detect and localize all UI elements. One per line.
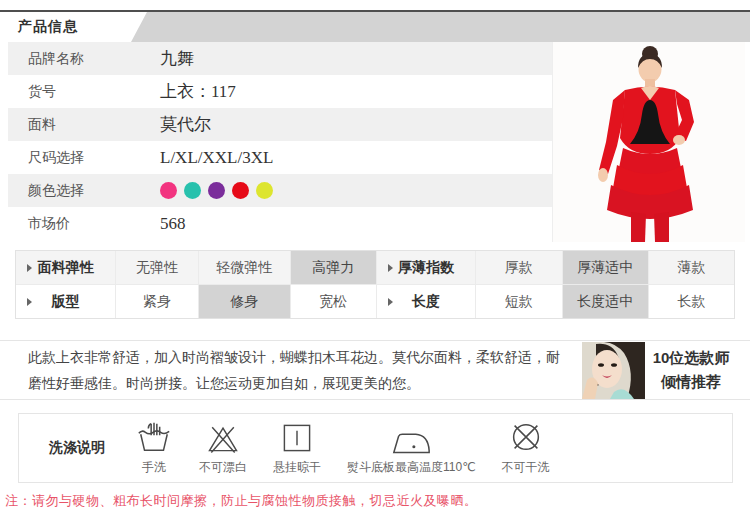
attr-option[interactable]: 长款 bbox=[649, 285, 734, 318]
product-info-table: 品牌名称 九舞 货号 上衣：117 面料 莫代尔 尺码选择 L/XL/XXL/3… bbox=[8, 42, 552, 242]
table-row-fabric: 面料 莫代尔 bbox=[8, 108, 552, 141]
page-title: 产品信息 bbox=[0, 18, 78, 36]
row-label: 面料 bbox=[8, 116, 160, 134]
recommendation-text: 10位选款师 倾情推荐 bbox=[645, 346, 737, 394]
row-value: 莫代尔 bbox=[160, 113, 211, 136]
product-info-section: 品牌名称 九舞 货号 上衣：117 面料 莫代尔 尺码选择 L/XL/XXL/3… bbox=[0, 42, 750, 242]
wash-item-label: 不可漂白 bbox=[199, 459, 247, 476]
color-swatches bbox=[160, 182, 273, 199]
wash-item-hang-dry: 悬挂晾干 bbox=[273, 420, 321, 476]
triangle-bullet-icon bbox=[388, 298, 393, 306]
attr-option[interactable]: 薄款 bbox=[649, 251, 734, 285]
section-header-bar: 产品信息 bbox=[0, 10, 750, 42]
color-swatch-red[interactable] bbox=[232, 182, 249, 199]
no-bleach-icon bbox=[205, 420, 241, 456]
attr-group-label: 长度 bbox=[412, 293, 440, 311]
product-photo bbox=[552, 42, 745, 242]
row-label: 尺码选择 bbox=[8, 149, 160, 167]
row-value: 上衣：117 bbox=[160, 80, 236, 103]
attr-option[interactable]: 短款 bbox=[476, 285, 563, 318]
wash-item-iron-110: 熨斗底板最高温度110℃ bbox=[347, 420, 476, 476]
wash-item-no-bleach: 不可漂白 bbox=[199, 420, 247, 476]
table-row-size: 尺码选择 L/XL/XXL/3XL bbox=[8, 141, 552, 174]
table-row-item-number: 货号 上衣：117 bbox=[8, 75, 552, 108]
washing-label: 洗涤说明 bbox=[19, 439, 105, 457]
attr-group-fit: 版型 bbox=[16, 285, 116, 318]
row-label: 颜色选择 bbox=[8, 182, 160, 200]
attr-group-length: 长度 bbox=[377, 285, 476, 318]
iron-max-110-icon bbox=[390, 420, 432, 456]
recommendation-line1: 10位选款师 bbox=[645, 346, 737, 370]
attr-option[interactable]: 厚款 bbox=[476, 251, 563, 285]
triangle-bullet-icon bbox=[27, 264, 32, 272]
row-value: L/XL/XXL/3XL bbox=[160, 148, 273, 168]
row-label: 市场价 bbox=[8, 215, 160, 233]
washing-instructions-box: 洗涤说明 手洗 不可漂白 悬挂晾干 bbox=[18, 413, 733, 483]
header-title-area: 产品信息 bbox=[0, 12, 160, 42]
attr-option[interactable]: 紧身 bbox=[116, 285, 198, 318]
attr-option[interactable]: 无弹性 bbox=[116, 251, 198, 285]
attr-option-selected[interactable]: 修身 bbox=[199, 285, 291, 318]
color-swatch-teal[interactable] bbox=[184, 182, 201, 199]
stylist-photo bbox=[582, 342, 645, 399]
wash-item-label: 熨斗底板最高温度110℃ bbox=[347, 459, 476, 476]
care-note: 注：请勿与硬物、粗布长时间摩擦，防止与腐蚀性物质接触，切忌近火及曝晒。 bbox=[5, 492, 750, 510]
row-value: 568 bbox=[160, 214, 186, 234]
triangle-bullet-icon bbox=[27, 298, 32, 306]
row-label: 货号 bbox=[8, 83, 160, 101]
wash-item-label: 不可干洗 bbox=[502, 459, 550, 476]
wash-item-label: 手洗 bbox=[142, 459, 166, 476]
attr-option-selected[interactable]: 厚薄适中 bbox=[563, 251, 650, 285]
attr-group-fabric-elasticity: 面料弹性 bbox=[16, 251, 116, 285]
no-dry-clean-icon bbox=[507, 419, 545, 456]
attr-option-selected[interactable]: 高弹力 bbox=[291, 251, 378, 285]
description-section: 此款上衣非常舒适，加入时尚褶皱设计，蝴蝶扣木耳花边。莫代尔面料，柔软舒适，耐磨性… bbox=[0, 340, 750, 400]
color-swatch-yellow[interactable] bbox=[256, 182, 273, 199]
triangle-bullet-icon bbox=[388, 264, 393, 272]
hang-dry-icon bbox=[279, 420, 315, 456]
attr-option[interactable]: 轻微弹性 bbox=[199, 251, 291, 285]
attribute-grid: 面料弹性 无弹性 轻微弹性 高弹力 厚薄指数 厚款 厚薄适中 薄款 版型 紧身 … bbox=[15, 250, 735, 319]
wash-item-hand-wash: 手洗 bbox=[135, 420, 173, 476]
attr-option[interactable]: 宽松 bbox=[291, 285, 378, 318]
attr-group-label: 厚薄指数 bbox=[398, 259, 454, 277]
row-label: 品牌名称 bbox=[8, 50, 160, 68]
table-row-brand: 品牌名称 九舞 bbox=[8, 42, 552, 75]
attr-group-label: 面料弹性 bbox=[38, 259, 94, 277]
attr-option-selected[interactable]: 长度适中 bbox=[563, 285, 650, 318]
row-value: 九舞 bbox=[160, 47, 194, 70]
attr-group-thickness: 厚薄指数 bbox=[377, 251, 476, 285]
stylist-recommendation: 10位选款师 倾情推荐 bbox=[582, 342, 737, 399]
wash-item-label: 悬挂晾干 bbox=[273, 459, 321, 476]
wash-item-no-dry-clean: 不可干洗 bbox=[502, 420, 550, 476]
product-description: 此款上衣非常舒适，加入时尚褶皱设计，蝴蝶扣木耳花边。莫代尔面料，柔软舒适，耐磨性… bbox=[0, 344, 568, 396]
table-row-color: 颜色选择 bbox=[8, 174, 552, 207]
table-row-market-price: 市场价 568 bbox=[8, 207, 552, 240]
color-swatch-pink[interactable] bbox=[160, 182, 177, 199]
recommendation-line2: 倾情推荐 bbox=[645, 370, 737, 394]
color-swatch-purple[interactable] bbox=[208, 182, 225, 199]
attr-group-label: 版型 bbox=[52, 293, 80, 311]
hand-wash-icon bbox=[135, 420, 173, 456]
